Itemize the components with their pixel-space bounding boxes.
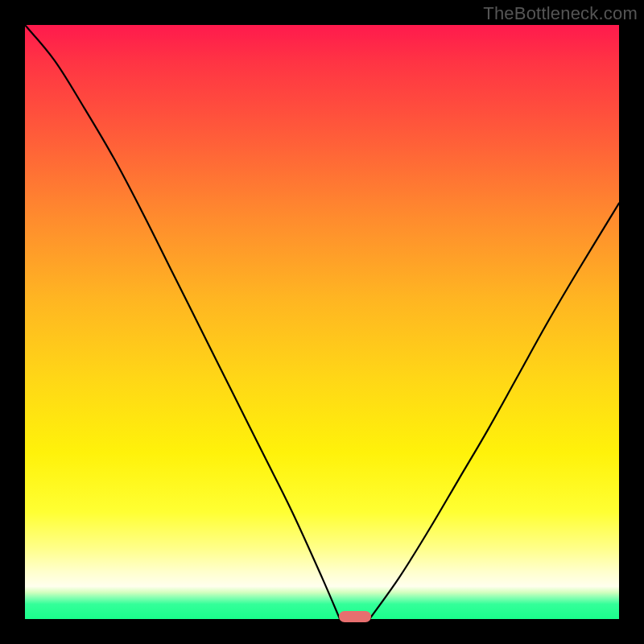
minimum-marker [339, 611, 371, 622]
bottleneck-curve [25, 25, 619, 619]
curve-left-branch [25, 25, 340, 619]
curve-right-branch [369, 203, 619, 619]
watermark-text: TheBottleneck.com [483, 3, 638, 24]
chart-plot-area [25, 25, 619, 619]
